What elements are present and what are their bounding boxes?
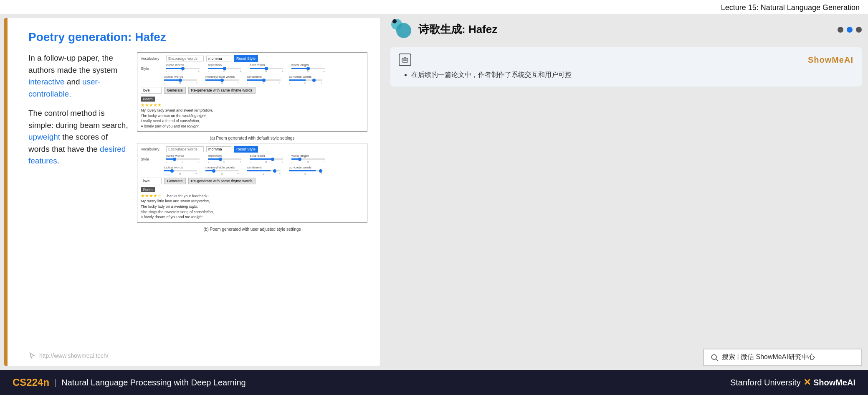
showmeai-card: ShowMeAI 在后续的一篇论文中，作者制作了系统交互和用户可控 — [390, 47, 862, 87]
poem-box-2: Vocabulary Reset Style Style curse words — [137, 143, 367, 222]
generate-row-2: Generate Re-generate with same rhyme wor… — [141, 178, 364, 184]
bottom-bar: CS224n | Natural Language Processing wit… — [0, 370, 868, 395]
dot-3[interactable] — [856, 27, 862, 33]
course-code: CS224n — [13, 377, 49, 388]
encourage-input-2[interactable] — [166, 146, 204, 152]
zh-title: 诗歌生成: Hafez — [418, 22, 497, 37]
slider-concrete-1: concrete words -0+ — [289, 75, 322, 84]
dot-nav — [838, 27, 862, 33]
slider-word-1: word length -0+ — [291, 63, 325, 73]
poem-caption-2: (b) Poem generated with user adjusted st… — [137, 227, 367, 232]
para2-end: . — [57, 156, 59, 165]
right-panel: 诗歌生成: Hafez — [384, 14, 868, 370]
vocab-row-2: Vocabulary Reset Style — [141, 146, 364, 153]
svg-rect-3 — [402, 58, 408, 62]
teal-logo — [390, 18, 413, 41]
course-name: Natural Language Processing with Deep Le… — [61, 378, 245, 387]
slider-topical-1: topical words -0+ — [164, 75, 197, 84]
showmeai-footer-brand: ShowMeAI — [813, 378, 855, 387]
slide-title: Poetry generation: Hafez — [28, 31, 367, 44]
sliders-row1-1: curse words -0+ repetition -0+ — [166, 63, 325, 73]
sliders-row1-2: curse words -0+ repetition -0+ — [166, 154, 325, 163]
poem-text-2: My merry little love and sweet temptatio… — [141, 199, 364, 219]
slide-panel: Poetry generation: Hafez In a follow-up … — [4, 18, 380, 366]
highlight-interactive: interactive — [28, 77, 65, 86]
style-row-2: Style curse words -0+ repetition — [141, 154, 364, 164]
showmeai-header: ShowMeAI — [399, 54, 853, 66]
para1-start: In a follow-up paper, the authors made t… — [28, 54, 117, 74]
top-bar: Lecture 15: Natural Language Generation — [0, 0, 868, 14]
footer-url: http://www.showmeai.tech/ — [39, 352, 109, 359]
reset-btn-2[interactable]: Reset Style — [234, 146, 258, 153]
generate-btn-1[interactable]: Generate — [164, 87, 186, 94]
slider-curse-2: curse words -0+ — [166, 154, 200, 163]
cursor-icon — [28, 352, 36, 359]
style-label-1: Style — [141, 66, 164, 71]
sliders2-2: topical words -0+ monosyllable words -0+ — [164, 166, 322, 175]
sliders2-1: topical words -0+ monosyllable words -0+ — [164, 75, 322, 84]
bottom-right: Stanford University ✕ ShowMeAI — [730, 377, 855, 388]
slide-footer: http://www.showmeai.tech/ — [28, 352, 109, 359]
slider-rep-2: repetition -0+ — [208, 154, 241, 163]
zh-title-area: 诗歌生成: Hafez — [390, 18, 862, 41]
slider-curse-1: curse words -0+ — [166, 63, 200, 73]
encourage-input-1[interactable] — [166, 56, 204, 61]
robot-icon — [401, 56, 409, 64]
slider-sent-2: sentiment -0+ — [247, 166, 281, 175]
dot-1[interactable] — [838, 27, 843, 33]
bullet-1: 在后续的一篇论文中，作者制作了系统交互和用户可控 — [411, 69, 853, 80]
poem-box-1: Vocabulary Reset Style Style curse words — [137, 52, 367, 132]
main-container: Lecture 15: Natural Language Generation … — [0, 0, 868, 395]
para1-end: . — [69, 89, 71, 98]
slider-allit-1: alliteration -0+ — [250, 63, 283, 73]
vocab-row-1: Vocabulary Reset Style — [141, 55, 364, 62]
showmeai-brand: ShowMeAI — [808, 55, 853, 65]
vocab-label-2: Vocabulary — [141, 147, 164, 151]
svg-point-6 — [711, 354, 716, 359]
regenerate-btn-2[interactable]: Re-generate with same rhyme words — [188, 178, 256, 184]
dot-2[interactable] — [847, 27, 853, 33]
momma-value-1[interactable] — [206, 56, 231, 61]
bottom-left: CS224n | Natural Language Processing wit… — [13, 377, 246, 388]
word-input-1[interactable] — [141, 87, 162, 94]
word-input-2[interactable] — [141, 178, 162, 184]
zh-title-left: 诗歌生成: Hafez — [390, 18, 497, 41]
search-icon — [710, 353, 719, 362]
search-box[interactable]: 搜索 | 微信 ShowMeAI研究中心 — [703, 349, 862, 366]
slider-sent-1: sentiment -0+ — [247, 75, 281, 84]
poem-text-1: My lovely lady sweet and sweet temptatio… — [141, 108, 364, 129]
university: Stanford University — [730, 378, 801, 387]
svg-point-4 — [404, 60, 405, 61]
showmeai-content: 在后续的一篇论文中，作者制作了系统交互和用户可控 — [399, 69, 853, 80]
svg-point-2 — [392, 19, 397, 23]
momma-value-2[interactable] — [206, 146, 231, 152]
slider-topical-2: topical words -0+ — [164, 166, 197, 175]
content-area: Poetry generation: Hafez In a follow-up … — [0, 14, 868, 370]
sliders-row2-2: topical words -0+ monosyllable words -0+ — [164, 166, 364, 176]
slider-word-2: word length -0+ — [291, 154, 325, 163]
stars-2: ★★★★☆ — [141, 193, 162, 199]
poem-label-1: Poem — [141, 97, 155, 102]
slider-rep-1: repetition -0+ — [208, 63, 241, 73]
svg-line-7 — [716, 359, 718, 361]
slide-body: In a follow-up paper, the authors made t… — [28, 52, 367, 234]
slider-concrete-2: concrete words -0+ — [289, 166, 322, 175]
search-bar: 搜索 | 微信 ShowMeAI研究中心 — [390, 349, 862, 366]
slider-mono-1: monosyllable words -0+ — [205, 75, 239, 84]
para2-start: The control method is simple: during bea… — [28, 109, 128, 130]
svg-point-5 — [405, 60, 406, 61]
x-symbol: ✕ — [803, 377, 811, 388]
sliders-row2-1: topical words -0+ monosyllable words -0+ — [164, 75, 364, 85]
para1-mid: and — [65, 77, 82, 86]
poem-caption-1: (a) Poem generated with default style se… — [137, 136, 367, 140]
slide-text: In a follow-up paper, the authors made t… — [28, 52, 129, 234]
regenerate-btn-1[interactable]: Re-generate with same rhyme words — [188, 87, 256, 94]
divider: | — [54, 378, 56, 387]
ai-icon — [399, 54, 411, 66]
generate-btn-2[interactable]: Generate — [164, 178, 186, 184]
reset-btn-1[interactable]: Reset Style — [234, 55, 258, 62]
vocab-label-1: Vocabulary — [141, 56, 164, 61]
poem-label-2: Poem — [141, 187, 155, 192]
slider-allit-2: alliteration -0+ — [250, 154, 283, 163]
lecture-title: Lecture 15: Natural Language Generation — [721, 3, 860, 12]
